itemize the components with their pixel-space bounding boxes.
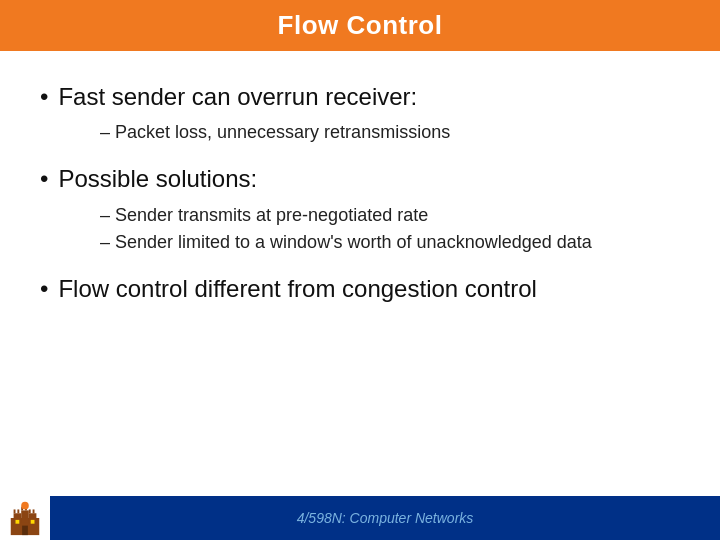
sub-bullets-2: Sender transmits at pre-negotiated rate … [40, 203, 680, 255]
svg-rect-5 [17, 509, 19, 513]
logo-icon [6, 499, 44, 537]
bullet-dot-2: • [40, 163, 48, 194]
bullet-dot-1: • [40, 81, 48, 112]
footer-bar: 4/598N: Computer Networks [50, 496, 720, 540]
bullet-section-3: • Flow control different from congestion… [40, 273, 680, 304]
bullet-text-3: Flow control different from congestion c… [58, 273, 536, 304]
svg-rect-11 [16, 520, 20, 524]
footer: 4/598N: Computer Networks [0, 496, 720, 540]
bullet-main-1: • Fast sender can overrun receiver: [40, 81, 680, 112]
slide: Flow Control • Fast sender can overrun r… [0, 0, 720, 540]
svg-point-13 [21, 502, 29, 510]
svg-rect-3 [21, 510, 29, 522]
bullet-text-1: Fast sender can overrun receiver: [58, 81, 417, 112]
svg-rect-7 [33, 509, 35, 513]
bullet-section-1: • Fast sender can overrun receiver: Pack… [40, 81, 680, 145]
sub-bullets-1: Packet loss, unnecessary retransmissions [40, 120, 680, 145]
svg-rect-10 [22, 526, 28, 536]
bullet-main-2: • Possible solutions: [40, 163, 680, 194]
svg-rect-12 [31, 520, 35, 524]
slide-title: Flow Control [0, 0, 720, 51]
sub-bullet-2-1: Sender transmits at pre-negotiated rate [100, 203, 680, 228]
svg-rect-6 [29, 509, 31, 513]
bullet-main-3: • Flow control different from congestion… [40, 273, 680, 304]
footer-course-text: 4/598N: Computer Networks [297, 510, 474, 526]
svg-rect-4 [14, 509, 16, 513]
footer-logo [0, 496, 50, 540]
bullet-dot-3: • [40, 273, 48, 304]
title-text: Flow Control [278, 10, 443, 40]
bullet-text-2: Possible solutions: [58, 163, 257, 194]
sub-bullet-2-2: Sender limited to a window's worth of un… [100, 230, 680, 255]
slide-content: • Fast sender can overrun receiver: Pack… [0, 51, 720, 496]
bullet-section-2: • Possible solutions: Sender transmits a… [40, 163, 680, 255]
sub-bullet-1-1: Packet loss, unnecessary retransmissions [100, 120, 680, 145]
